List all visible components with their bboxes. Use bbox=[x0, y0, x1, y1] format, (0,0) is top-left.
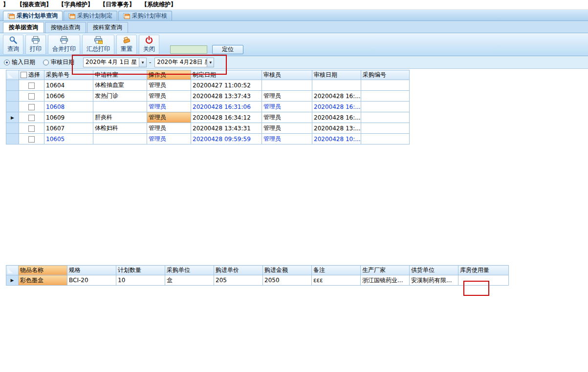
items-cell-r1-c3[interactable]: 10 bbox=[116, 275, 165, 286]
row-checkbox[interactable] bbox=[28, 83, 35, 89]
orders-column-header-7[interactable]: 采购编号 bbox=[361, 70, 410, 80]
orders-cell-r3-c2[interactable] bbox=[93, 102, 147, 112]
select-column-header[interactable]: 选择 bbox=[19, 70, 44, 80]
orders-cell-r5-c6[interactable]: 20200428 13:... bbox=[312, 123, 361, 134]
items-cell-r1-c6[interactable]: 2050 bbox=[263, 275, 312, 286]
row-select-cell[interactable] bbox=[19, 80, 44, 91]
orders-cell-r1-c2[interactable]: 体检抽血室 bbox=[93, 80, 147, 91]
orders-cell-r4-c6[interactable]: 20200428 16:... bbox=[312, 112, 361, 123]
row-select-cell[interactable] bbox=[19, 134, 44, 145]
toolbar-button-2[interactable]: 打印 bbox=[25, 35, 46, 55]
items-cell-r1-c8[interactable]: 浙江国镜药业... bbox=[361, 275, 410, 286]
orders-cell-r5-c3[interactable]: 管理员 bbox=[147, 123, 191, 134]
quick-locate-input[interactable] bbox=[170, 45, 207, 54]
row-select-cell[interactable] bbox=[19, 123, 44, 134]
orders-row-5[interactable]: 10607体检妇科管理员20200428 13:43:31管理员20200428… bbox=[6, 123, 410, 134]
orders-cell-r2-c6[interactable]: 20200428 16:... bbox=[312, 91, 361, 102]
tab-1[interactable]: 采购计划单查询 bbox=[3, 11, 63, 21]
items-column-header-6[interactable]: 购进金额 bbox=[263, 266, 312, 275]
orders-cell-r4-c1[interactable]: 10609 bbox=[44, 112, 93, 123]
menu-item-3[interactable]: 【日常事务】 bbox=[100, 0, 135, 9]
items-column-header-5[interactable]: 购进单价 bbox=[214, 266, 263, 275]
orders-row-1[interactable]: 10604体检抽血室管理员20200427 11:00:52 bbox=[6, 80, 410, 91]
row-select-cell[interactable] bbox=[19, 112, 44, 123]
items-column-header-9[interactable]: 供货单位 bbox=[410, 266, 458, 275]
orders-cell-r2-c2[interactable]: 发热门诊 bbox=[93, 91, 147, 102]
items-cell-r1-c9[interactable]: 安溪制药有限... bbox=[410, 275, 458, 286]
toolbar-button-1[interactable]: 查询 bbox=[3, 35, 23, 55]
orders-cell-r5-c2[interactable]: 体检妇科 bbox=[93, 123, 147, 134]
orders-cell-r3-c5[interactable]: 管理员 bbox=[262, 102, 312, 112]
orders-cell-r3-c7[interactable] bbox=[361, 102, 410, 112]
orders-cell-r1-c7[interactable] bbox=[361, 80, 410, 91]
items-cell-r1-c10[interactable] bbox=[458, 275, 509, 286]
orders-cell-r6-c2[interactable] bbox=[93, 134, 147, 145]
orders-cell-r2-c7[interactable] bbox=[361, 91, 410, 102]
tab-2[interactable]: 采购计划制定 bbox=[64, 11, 117, 21]
orders-cell-r3-c3[interactable]: 管理员 bbox=[147, 102, 191, 112]
orders-column-header-1[interactable]: 采购单号 bbox=[44, 70, 93, 80]
orders-row-4[interactable]: ▶10609肝炎科管理员20200428 16:34:12管理员20200428… bbox=[6, 112, 410, 123]
items-column-header-3[interactable]: 计划数量 bbox=[116, 266, 165, 275]
toolbar-button-5[interactable]: 重置 bbox=[116, 35, 137, 55]
orders-column-header-2[interactable]: 申请科室 bbox=[93, 70, 147, 80]
items-column-header-7[interactable]: 备注 bbox=[312, 266, 361, 275]
orders-cell-r5-c4[interactable]: 20200428 13:43:31 bbox=[191, 123, 262, 134]
orders-cell-r4-c5[interactable]: 管理员 bbox=[262, 112, 312, 123]
toolbar-button-3[interactable]: 合并打印 bbox=[48, 35, 80, 55]
items-column-header-4[interactable]: 采购单位 bbox=[165, 266, 214, 275]
subtab-2[interactable]: 按物品查询 bbox=[45, 22, 86, 33]
orders-row-6[interactable]: 10605管理员20200428 09:59:59管理员20200428 10:… bbox=[6, 134, 410, 145]
orders-cell-r5-c1[interactable]: 10607 bbox=[44, 123, 93, 134]
orders-cell-r6-c7[interactable] bbox=[361, 134, 410, 145]
toolbar-button-4[interactable]: 汇总打印 bbox=[82, 35, 114, 55]
orders-cell-r3-c6[interactable]: 20200428 16:... bbox=[312, 102, 361, 112]
orders-cell-r6-c1[interactable]: 10605 bbox=[44, 134, 93, 145]
orders-cell-r2-c4[interactable]: 20200428 13:37:43 bbox=[191, 91, 262, 102]
input-date-radio[interactable] bbox=[4, 60, 10, 65]
locate-button[interactable]: 定位 bbox=[212, 45, 243, 54]
date-to-dropdown-icon[interactable]: ▼ bbox=[207, 58, 214, 67]
items-column-header-10[interactable]: 库房使用量 bbox=[458, 266, 509, 275]
items-cell-r1-c7[interactable]: ɛɛɛ bbox=[312, 275, 361, 286]
row-select-cell[interactable] bbox=[19, 91, 44, 102]
subtab-3[interactable]: 按科室查询 bbox=[87, 22, 128, 33]
row-select-cell[interactable] bbox=[19, 102, 44, 112]
items-cell-r1-c2[interactable]: BCI-20 bbox=[67, 275, 116, 286]
row-checkbox[interactable] bbox=[28, 93, 35, 100]
orders-cell-r6-c4[interactable]: 20200428 09:59:59 bbox=[191, 134, 262, 145]
orders-cell-r1-c5[interactable] bbox=[262, 80, 312, 91]
row-checkbox[interactable] bbox=[28, 104, 35, 110]
orders-cell-r6-c5[interactable]: 管理员 bbox=[262, 134, 312, 145]
orders-cell-r4-c3[interactable]: 管理员 bbox=[147, 112, 191, 123]
orders-cell-r5-c7[interactable] bbox=[361, 123, 410, 134]
toolbar-button-6[interactable]: 关闭 bbox=[139, 35, 159, 55]
orders-cell-r2-c5[interactable]: 管理员 bbox=[262, 91, 312, 102]
orders-column-header-4[interactable]: 制定日期 bbox=[191, 70, 262, 80]
menu-overflow-indicator[interactable]: 】 bbox=[3, 0, 9, 9]
orders-column-header-3[interactable]: 操作员 bbox=[147, 70, 191, 80]
items-cell-r1-c5[interactable]: 205 bbox=[214, 275, 263, 286]
orders-cell-r2-c1[interactable]: 10606 bbox=[44, 91, 93, 102]
orders-cell-r1-c4[interactable]: 20200427 11:00:52 bbox=[191, 80, 262, 91]
orders-cell-r1-c6[interactable] bbox=[312, 80, 361, 91]
row-checkbox[interactable] bbox=[28, 115, 35, 121]
select-all-checkbox[interactable] bbox=[21, 72, 27, 78]
orders-column-header-5[interactable]: 审核员 bbox=[262, 70, 312, 80]
date-to-picker[interactable]: 2020年 4月28日 星 ▼ bbox=[154, 58, 214, 67]
orders-cell-r5-c5[interactable]: 管理员 bbox=[262, 123, 312, 134]
date-from-dropdown-icon[interactable]: ▼ bbox=[139, 58, 146, 67]
menu-item-2[interactable]: 【字典维护】 bbox=[58, 0, 93, 9]
orders-row-3[interactable]: 10608管理员20200428 16:31:06管理员20200428 16:… bbox=[6, 102, 410, 112]
orders-column-header-6[interactable]: 审核日期 bbox=[312, 70, 361, 80]
audit-date-radio[interactable] bbox=[43, 60, 49, 65]
orders-cell-r4-c4[interactable]: 20200428 16:34:12 bbox=[191, 112, 262, 123]
items-row-1[interactable]: ▶彩色墨盒BCI-2010盒2052050ɛɛɛ浙江国镜药业...安溪制药有限.… bbox=[6, 275, 509, 286]
items-column-header-1[interactable]: 物品名称 bbox=[19, 266, 67, 275]
orders-row-2[interactable]: 10606发热门诊管理员20200428 13:37:43管理员20200428… bbox=[6, 91, 410, 102]
orders-cell-r1-c3[interactable]: 管理员 bbox=[147, 80, 191, 91]
orders-cell-r4-c7[interactable] bbox=[361, 112, 410, 123]
row-checkbox[interactable] bbox=[28, 136, 35, 143]
items-column-header-8[interactable]: 生产厂家 bbox=[361, 266, 410, 275]
subtab-1[interactable]: 按单据查询 bbox=[3, 22, 44, 33]
